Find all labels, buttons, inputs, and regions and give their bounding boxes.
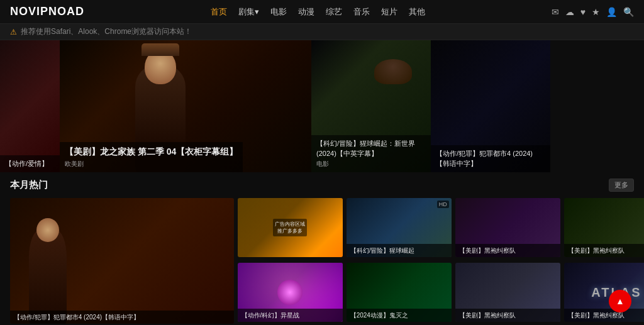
message-icon[interactable]: ✉ bbox=[552, 7, 559, 17]
hero-slide-2[interactable]: 【科幻/冒险】猩球崛起：新世界(2024)【中英字幕】 电影 bbox=[311, 40, 431, 172]
hot-section-header: 本月热门 更多 bbox=[10, 179, 634, 192]
nav-variety[interactable]: 综艺 bbox=[326, 6, 342, 18]
hot-row1: 广告内容区域推广多多多 【科幻/冒险】猩球崛起 HD 【美剧】黑袍纠察队 bbox=[238, 198, 644, 259]
notice-text: 推荐使用Safari、Alook、Chrome浏览器访问本站！ bbox=[21, 26, 192, 37]
header-icons: ✉ ☁ ♥ ★ 👤 🔍 bbox=[552, 7, 634, 17]
hot-item-3[interactable]: 【美剧】黑袍纠察队 bbox=[455, 198, 560, 259]
hot-more-button[interactable]: 更多 bbox=[609, 179, 634, 192]
hero-slide-main[interactable]: 【美剧】龙之家族 第二季 04【衣柜字幕组】 欧美剧 bbox=[60, 40, 311, 172]
hot-item-6-label: 【2024动漫】鬼灭之 bbox=[347, 309, 452, 322]
cloud-icon[interactable]: ☁ bbox=[565, 7, 574, 17]
hot-item-5-label: 【动作/科幻】异星战 bbox=[238, 309, 343, 322]
user-icon[interactable]: 👤 bbox=[606, 7, 617, 17]
hot-section: 本月热门 更多 【动作/犯罪】犯罪都市4 (2024)【韩语中字】 广告内容区域… bbox=[0, 172, 644, 325]
logo-text: NOVIPNOAD bbox=[10, 5, 84, 18]
hot-item-4-label: 【美剧】黑袍纠察队 bbox=[564, 244, 644, 257]
slide-2-label: 【科幻/冒险】猩球崛起：新世界(2024)【中英字幕】 电影 bbox=[311, 135, 431, 172]
main-nav: 首页 剧集▾ 电影 动漫 综艺 音乐 短片 其他 bbox=[211, 6, 425, 18]
hot-item-6[interactable]: 【2024动漫】鬼灭之 bbox=[347, 263, 452, 324]
hot-item-2-label: 【科幻/冒险】猩球崛起 bbox=[347, 244, 452, 257]
nav-series[interactable]: 剧集▾ bbox=[238, 6, 259, 18]
slide-4-label: 【动作/爱情】 bbox=[0, 155, 60, 172]
star-icon[interactable]: ★ bbox=[592, 7, 600, 17]
nav-movies[interactable]: 电影 bbox=[270, 6, 287, 18]
nav-anime[interactable]: 动漫 bbox=[298, 6, 314, 18]
hot-item-2-badge: HD bbox=[437, 201, 449, 208]
hero-slide-4[interactable]: 【动作/爱情】 bbox=[0, 40, 60, 172]
hot-item-7-label: 【美剧】黑袍纠察队 bbox=[455, 309, 560, 322]
logo: NOVIPNOAD bbox=[10, 5, 84, 18]
hero-slide-3[interactable]: 【动作/犯罪】犯罪都市4 (2024)【韩语中字】 bbox=[431, 40, 550, 172]
header: NOVIPNOAD 首页 剧集▾ 电影 动漫 综艺 音乐 短片 其他 ✉ ☁ ♥… bbox=[0, 0, 644, 24]
hot-row2: 【动作/科幻】异星战 【2024动漫】鬼灭之 【美剧】黑袍纠察队 bbox=[238, 263, 644, 324]
hot-item-2[interactable]: 【科幻/冒险】猩球崛起 HD bbox=[347, 198, 452, 259]
nav-other[interactable]: 其他 bbox=[409, 6, 425, 18]
hot-item-8[interactable]: ATLAS 【美剧】黑袍纠察队 bbox=[564, 263, 644, 324]
search-icon[interactable]: 🔍 bbox=[623, 7, 634, 17]
hot-item-5[interactable]: 【动作/科幻】异星战 bbox=[238, 263, 343, 324]
scroll-top-button[interactable]: ▲ bbox=[609, 290, 631, 312]
slide-main-label: 【美剧】龙之家族 第二季 04【衣柜字幕组】 欧美剧 bbox=[60, 142, 243, 172]
slide-3-label: 【动作/犯罪】犯罪都市4 (2024)【韩语中字】 bbox=[431, 145, 550, 172]
hot-item-7[interactable]: 【美剧】黑袍纠察队 bbox=[455, 263, 560, 324]
nav-home[interactable]: 首页 bbox=[211, 6, 227, 18]
hot-sub-grid: 广告内容区域推广多多多 【科幻/冒险】猩球崛起 HD 【美剧】黑袍纠察队 bbox=[238, 198, 644, 324]
hot-item-8-label: 【美剧】黑袍纠察队 bbox=[564, 309, 644, 322]
hot-item-3-label: 【美剧】黑袍纠察队 bbox=[455, 244, 560, 257]
warning-icon: ⚠ bbox=[10, 28, 17, 36]
notice-bar: ⚠ 推荐使用Safari、Alook、Chrome浏览器访问本站！ bbox=[0, 24, 644, 40]
hot-grid: 【动作/犯罪】犯罪都市4 (2024)【韩语中字】 广告内容区域推广多多多 【科… bbox=[10, 198, 634, 324]
nav-short[interactable]: 短片 bbox=[381, 6, 397, 18]
heart-icon[interactable]: ♥ bbox=[580, 7, 586, 17]
hot-item-4[interactable]: 【美剧】黑袍纠察队 bbox=[564, 198, 644, 259]
hot-main-item[interactable]: 【动作/犯罪】犯罪都市4 (2024)【韩语中字】 bbox=[10, 198, 234, 324]
hot-main-label: 【动作/犯罪】犯罪都市4 (2024)【韩语中字】 bbox=[10, 311, 234, 324]
hot-title: 本月热门 bbox=[10, 179, 48, 191]
nav-music[interactable]: 音乐 bbox=[353, 6, 370, 18]
hot-item-1[interactable]: 广告内容区域推广多多多 bbox=[238, 198, 343, 259]
hero-carousel: 【动作/爱情】 【美剧】龙之家族 第二季 04【衣柜字幕组】 欧美剧 【科幻/ bbox=[0, 40, 644, 172]
